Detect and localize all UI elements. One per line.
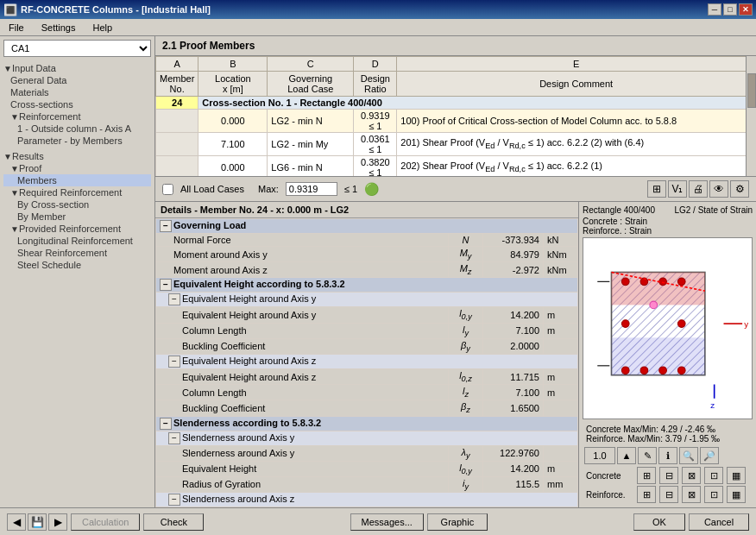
concrete-btn4[interactable]: ⊡ (704, 467, 723, 484)
cancel-btn[interactable]: Cancel (689, 513, 749, 531)
maximize-btn[interactable]: □ (723, 3, 737, 16)
sidebar-item-proof[interactable]: ▼ Proof (3, 162, 151, 174)
col-length-z-symbol: lz (449, 385, 483, 400)
parameter-members-label: Parameter - by Members (17, 135, 123, 146)
reinf-btn3[interactable]: ⊠ (682, 486, 701, 503)
close-btn[interactable]: ✕ (739, 3, 753, 16)
collapse-axis-y-icon[interactable]: − (168, 293, 180, 305)
section-governing-load[interactable]: −Governing Load (156, 219, 578, 234)
section-title: 2.1 Proof Members (155, 36, 756, 56)
materials-label: Materials (10, 87, 49, 98)
section-slenderness[interactable]: −Slenderness according to 5.8.3.2 (156, 416, 578, 431)
collapse-slend-y-icon[interactable]: − (168, 432, 180, 444)
collapse-slend-icon[interactable]: − (160, 418, 172, 430)
sidebar-item-provided-reinf[interactable]: ▼ Provided Reinforcement (3, 223, 151, 235)
sidebar-item-members[interactable]: Members (3, 174, 151, 186)
sidebar-item-results[interactable]: ▼ Results (3, 150, 151, 162)
cell-loadcase-2: LG2 - min My (268, 133, 354, 156)
sidebar-item-steel-schedule[interactable]: Steel Schedule (3, 259, 151, 271)
sidebar-item-input-data[interactable]: ▼ Input Data (3, 62, 151, 74)
member-no-24: 24 (156, 97, 198, 110)
table-row[interactable]: 7.100 LG2 - min My 0.0361 ≤ 1 201) Shear… (156, 133, 756, 156)
subsection-slend-y[interactable]: −Slenderness around Axis y (156, 431, 578, 445)
minimize-btn[interactable]: ─ (708, 3, 721, 16)
moment-z-unit: kNm (544, 262, 578, 278)
menu-file[interactable]: File (3, 21, 29, 35)
svg-point-9 (677, 278, 685, 286)
concrete-strain-label: Concrete Max/Min: 4.29 / -2.46 ‰ (586, 425, 749, 434)
title-bar-text: RF-CONCRETE Columns - [Industrial Hall] (21, 4, 211, 15)
moment-y-value: 84.979 (483, 247, 544, 262)
slend-y-unit (544, 445, 578, 461)
collapse-slend-z-icon[interactable]: − (168, 494, 180, 506)
menu-help[interactable]: Help (87, 21, 117, 35)
scale-input-btn[interactable]: 1.0 (584, 447, 615, 464)
col-length-z-unit: m (544, 385, 578, 400)
le-value: ≤ 1 (344, 184, 357, 194)
section-equiv-height[interactable]: −Equivalent Height according to 5.8.3.2 (156, 278, 578, 293)
info-btn[interactable]: ℹ (658, 447, 677, 464)
collapse-axis-z-icon[interactable]: − (168, 356, 180, 368)
title-bar: 🔳 RF-CONCRETE Columns - [Industrial Hall… (0, 0, 756, 19)
concrete-toolbar-row: Concrete ⊞ ⊟ ⊠ ⊡ ▦ (583, 466, 753, 485)
edit-btn[interactable]: ✎ (638, 447, 657, 464)
radius-gyration-symbol: iy (449, 476, 483, 492)
case-dropdown[interactable]: CA1 (3, 40, 151, 57)
reinf-btn5[interactable]: ▦ (727, 486, 746, 503)
reinf-btn1[interactable]: ⊞ (637, 486, 656, 503)
sidebar-item-materials[interactable]: Materials (3, 86, 151, 98)
sidebar-item-reinforcement[interactable]: ▼ Reinforcement (3, 110, 151, 123)
collapse-icon[interactable]: − (160, 220, 172, 232)
settings-btn[interactable]: ⚙ (730, 180, 749, 198)
excel-btn[interactable]: V₁ (668, 180, 687, 198)
view-btn[interactable]: 👁 (709, 180, 728, 198)
concrete-btn3[interactable]: ⊠ (682, 467, 701, 484)
copy-btn[interactable]: ⊞ (647, 180, 666, 198)
svg-point-16 (650, 301, 658, 309)
cell-member-3 (156, 156, 198, 178)
table-row[interactable]: 0.000 LG2 - min N 0.9319 ≤ 1 100) Proof … (156, 110, 756, 133)
sidebar-item-parameter-members[interactable]: Parameter - by Members (3, 135, 151, 147)
sidebar-item-general-data[interactable]: General Data (3, 74, 151, 86)
calculation-btn[interactable]: Calculation (71, 513, 140, 531)
reinforce-type-label: Reinforce. : Strain (583, 226, 753, 236)
all-load-cases-checkbox[interactable] (162, 184, 173, 195)
buckling-coeff-y-label: Buckling Coefficient (156, 338, 449, 354)
scale-up-btn[interactable]: ▲ (617, 447, 636, 464)
sidebar-item-required-reinf[interactable]: ▼ Required Reinforcement (3, 186, 151, 198)
subsection-slend-z[interactable]: −Slenderness around Axis z (156, 493, 578, 507)
sidebar-item-shear-reinf[interactable]: Shear Reinforcement (3, 247, 151, 259)
print-btn[interactable]: 🖨 (689, 180, 708, 198)
table-scrollbar[interactable] (746, 56, 756, 176)
check-btn[interactable]: Check (143, 513, 204, 531)
reinforce-strain-value: Max/Min: 3.79 / -1.95 ‰ (627, 434, 720, 444)
save-btn[interactable]: 💾 (28, 513, 47, 531)
graphic-btn[interactable]: Graphic (427, 513, 488, 531)
zoom-out-btn[interactable]: 🔎 (700, 447, 719, 464)
concrete-btn2[interactable]: ⊟ (659, 467, 678, 484)
sidebar-item-longitudinal-reinf[interactable]: Longitudinal Reinforcement (3, 235, 151, 247)
scale-value: 1.0 (593, 450, 606, 461)
ok-btn[interactable]: OK (633, 513, 685, 531)
cell-location-2: 7.100 (198, 133, 268, 156)
subsection-axis-z[interactable]: −Equivalent Height around Axis z (156, 354, 578, 368)
reinf-btn2[interactable]: ⊟ (659, 486, 678, 503)
sidebar-item-by-member[interactable]: By Member (3, 211, 151, 223)
subsection-axis-y[interactable]: −Equivalent Height around Axis y (156, 293, 578, 307)
table-row[interactable]: 0.000 LG6 - min N 0.3820 ≤ 1 202) Shear … (156, 156, 756, 178)
concrete-btn5[interactable]: ▦ (727, 467, 746, 484)
concrete-btn1[interactable]: ⊞ (637, 467, 656, 484)
sidebar-item-cross-sections[interactable]: Cross-sections (3, 98, 151, 110)
sidebar-item-by-cross-section[interactable]: By Cross-section (3, 198, 151, 211)
collapse-equiv-icon[interactable]: − (160, 279, 172, 291)
max-value-input[interactable] (286, 182, 337, 196)
sidebar-item-outside-column[interactable]: 1 - Outside column - Axis A (3, 123, 151, 135)
zoom-in-btn[interactable]: 🔍 (679, 447, 698, 464)
messages-btn[interactable]: Messages... (350, 513, 424, 531)
menu-settings[interactable]: Settings (36, 21, 81, 35)
reinf-btn4[interactable]: ⊡ (704, 486, 723, 503)
concrete-row-label: Concrete (586, 471, 633, 481)
forward-btn[interactable]: ▶ (48, 513, 67, 531)
back-btn[interactable]: ◀ (7, 513, 26, 531)
cross-section-name: Rectangle 400/400 (583, 205, 655, 215)
